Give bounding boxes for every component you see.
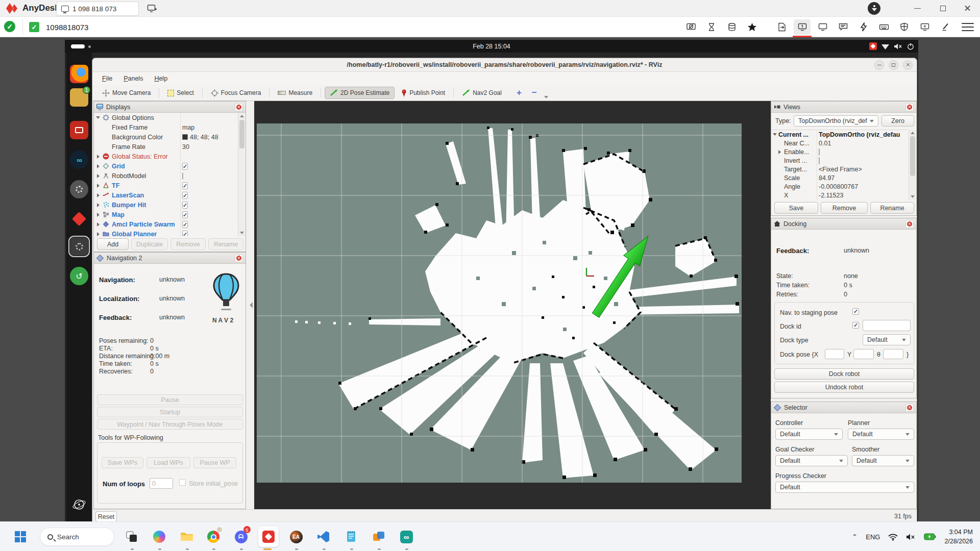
menu-help[interactable]: Help: [150, 73, 172, 84]
display-1-tab[interactable]: [794, 19, 811, 35]
tool-publish-point[interactable]: Publish Point: [397, 87, 450, 99]
menu-file[interactable]: File: [97, 73, 117, 84]
checkbox[interactable]: ✓: [182, 192, 188, 199]
tool-2d-pose-estimate[interactable]: 2D Pose Estimate: [325, 87, 395, 99]
reset-button[interactable]: Reset: [95, 511, 117, 521]
views-row[interactable]: Scale84.97: [772, 173, 908, 182]
dock-pose-theta-input[interactable]: [883, 349, 903, 359]
arduino-icon[interactable]: ∞: [396, 527, 416, 547]
display-row[interactable]: TF✓: [94, 181, 237, 190]
docking-close-icon[interactable]: [905, 220, 914, 228]
toolbar-overflow-icon[interactable]: [544, 96, 548, 98]
dock-id-checkbox[interactable]: ✓: [852, 322, 859, 329]
file-transfer-icon[interactable]: [773, 19, 790, 35]
rviz-restore-button[interactable]: [889, 60, 898, 70]
tool-measure[interactable]: Measure: [273, 87, 317, 98]
notepad-icon[interactable]: [341, 527, 361, 547]
tool-move-camera[interactable]: Move Camera: [97, 87, 155, 99]
new-session-icon[interactable]: [147, 4, 157, 13]
nav-staging-checkbox[interactable]: ✓: [852, 308, 859, 315]
rviz-3d-view[interactable]: [254, 101, 771, 509]
connection-info-icon[interactable]: [723, 19, 740, 35]
minimize-button[interactable]: [905, 0, 929, 17]
dock-settings-icon[interactable]: [70, 180, 88, 198]
controller-select[interactable]: Default: [775, 429, 843, 440]
display-row[interactable]: Amcl Particle Swarm✓: [94, 219, 237, 229]
docking-panel-header[interactable]: Docking: [771, 218, 916, 230]
checkbox[interactable]: ✓: [182, 163, 188, 170]
display-row[interactable]: Frame Rate30: [94, 142, 237, 152]
checkbox[interactable]: ✓: [182, 211, 188, 218]
progress-checker-select[interactable]: Default: [775, 482, 914, 493]
save-view-button[interactable]: Save: [774, 202, 818, 214]
rename-display-button[interactable]: Rename: [208, 238, 243, 250]
add-display-button[interactable]: Add: [97, 238, 129, 250]
dock-robot-button[interactable]: Dock robot: [774, 368, 914, 380]
anydesk-taskbar-icon[interactable]: [258, 527, 279, 547]
dock-firefox-icon[interactable]: [70, 65, 88, 83]
startup-button[interactable]: Startup: [97, 407, 243, 417]
views-panel-header[interactable]: Views: [771, 102, 916, 113]
whiteboard-icon[interactable]: [937, 19, 953, 35]
remove-tool-button[interactable]: −: [528, 88, 541, 98]
rename-view-button[interactable]: Rename: [870, 202, 914, 214]
store-pose-checkbox[interactable]: [179, 479, 186, 486]
battery-icon[interactable]: [924, 533, 936, 540]
views-row[interactable]: Angle-0.000800767: [772, 182, 908, 191]
close-button[interactable]: [955, 0, 979, 17]
remove-display-button[interactable]: Remove: [170, 238, 206, 250]
rviz-close-button[interactable]: [903, 60, 913, 70]
task-view-button[interactable]: [121, 527, 142, 547]
dock-files-icon[interactable]: 1: [70, 88, 88, 107]
checkbox[interactable]: ✓: [182, 231, 188, 237]
permissions-icon[interactable]: [896, 19, 913, 35]
display-row[interactable]: Global Planner✓: [94, 229, 237, 236]
dock-active-app-icon[interactable]: [70, 237, 88, 256]
checkbox[interactable]: [819, 148, 820, 156]
goal-checker-select[interactable]: Default: [775, 455, 848, 466]
view-type-select[interactable]: TopDownOrtho (rviz_def: [794, 115, 878, 127]
chrome-icon[interactable]: [203, 527, 224, 547]
displays-scrollbar[interactable]: [238, 113, 245, 236]
file-explorer-icon[interactable]: [177, 527, 197, 547]
tool-select[interactable]: Select: [163, 87, 198, 98]
load-wps-button[interactable]: Load WPs: [146, 457, 190, 468]
vscode-icon[interactable]: [313, 527, 334, 547]
duplicate-display-button[interactable]: Duplicate: [131, 238, 168, 250]
keyboard-settings-icon[interactable]: [875, 19, 892, 35]
session-duration-icon[interactable]: [703, 19, 720, 35]
restore-button[interactable]: [931, 0, 954, 17]
discord-icon[interactable]: ᗣ5: [231, 527, 251, 547]
tray-chevron-icon[interactable]: ⌃: [851, 533, 857, 541]
taskbar-search[interactable]: Search: [40, 528, 114, 546]
pause-wp-button[interactable]: Pause WP: [193, 457, 236, 468]
checkbox[interactable]: [182, 172, 183, 180]
selector-panel-header[interactable]: Selector: [771, 402, 916, 413]
display-row[interactable]: Background Color48; 48; 48: [94, 132, 237, 142]
display-row[interactable]: Bumper Hit✓: [94, 200, 237, 210]
save-wps-button[interactable]: Save WPs: [102, 457, 143, 468]
dock-recycle-app-icon[interactable]: ↺: [70, 267, 88, 285]
wifi-icon[interactable]: [888, 533, 898, 541]
views-row[interactable]: Invert ...: [772, 156, 908, 165]
pause-button[interactable]: Pause: [97, 394, 243, 405]
favorites-icon[interactable]: [744, 19, 761, 35]
nav2-panel-header[interactable]: Navigation 2: [94, 253, 246, 264]
account-menu-button[interactable]: [868, 2, 880, 15]
dock-show-apps-icon[interactable]: [70, 495, 88, 514]
start-button[interactable]: [10, 527, 31, 547]
views-row[interactable]: Near C...0.01: [772, 139, 908, 147]
selector-close-icon[interactable]: [905, 404, 914, 412]
dock-pose-x-input[interactable]: [825, 349, 844, 359]
ea-app-icon[interactable]: EA: [286, 527, 306, 547]
display-row[interactable]: RobotModel: [94, 171, 237, 181]
display-add-tab[interactable]: [814, 19, 831, 35]
dock-app-loop-icon[interactable]: ∞: [70, 151, 88, 169]
num-loops-input[interactable]: [150, 478, 173, 489]
session-tab[interactable]: 1 098 818 073: [56, 2, 139, 16]
waypoint-mode-button[interactable]: Waypoint / Nav Through Poses Mode: [97, 419, 243, 430]
undock-robot-button[interactable]: Undock robot: [774, 382, 914, 393]
ubuntu-system-tray[interactable]: [869, 40, 914, 53]
rviz-titlebar[interactable]: /home/batly-r1/roboverii_ws/install/robo…: [92, 58, 917, 72]
checkbox[interactable]: [819, 157, 820, 164]
